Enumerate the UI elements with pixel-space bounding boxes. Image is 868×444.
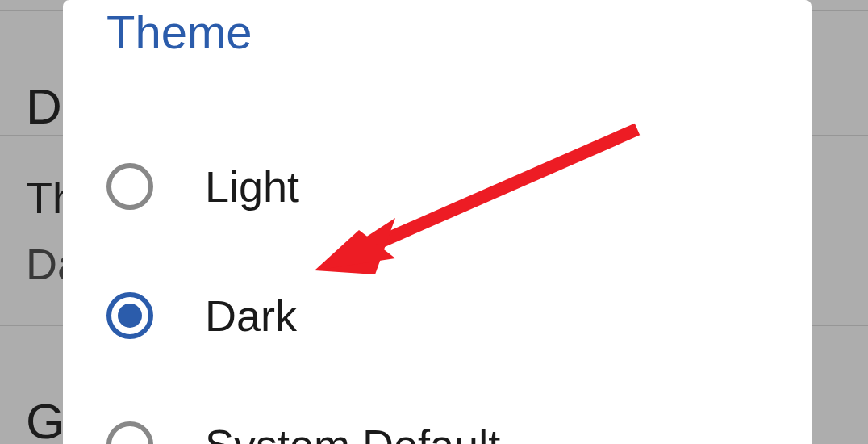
dialog-title: Theme [106,0,768,59]
option-label: System Default [205,420,500,444]
theme-option-system-default[interactable]: System Default [106,380,768,444]
radio-unselected-icon [106,163,153,210]
option-label: Light [205,161,299,212]
theme-dialog: Theme Light Dark System Default [63,0,812,444]
theme-option-dark[interactable]: Dark [106,251,768,380]
radio-selected-icon [106,292,153,339]
theme-option-light[interactable]: Light [106,122,768,251]
theme-options-group: Light Dark System Default [106,122,768,444]
radio-unselected-icon [106,421,153,444]
option-label: Dark [205,291,297,341]
